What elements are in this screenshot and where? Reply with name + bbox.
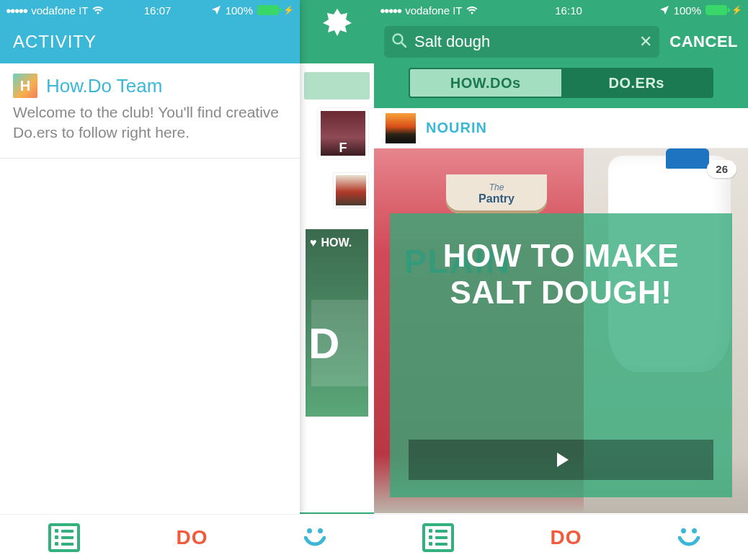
wifi-icon [92,6,104,14]
pane-activity: F ♥ HOW. D ●●●●● vodafone IT 16:07 100% … [0,0,374,560]
activity-panel: ●●●●● vodafone IT 16:07 100% ⚡ ACTIVITY … [0,0,300,560]
carrier-label: vodafone IT [31,4,88,17]
avatar-letter: H [20,78,30,94]
tab-do[interactable]: DO [176,526,208,549]
avatar [386,113,416,143]
segment-doers[interactable]: DO.ERs [561,69,713,97]
bag-brand: Pantry [478,192,515,205]
status-bar: ●●●●● vodafone IT 16:07 100% ⚡ [0,0,300,20]
battery-pct-label: 100% [674,4,701,17]
bag-brand-small: The [489,182,504,192]
burst-icon[interactable] [323,7,352,36]
signal-dots-icon: ●●●●● [6,5,27,16]
location-icon [659,5,669,15]
clear-icon[interactable]: ✕ [639,32,652,51]
peek-tag[interactable] [304,72,370,99]
activity-item-head: H How.Do Team [13,74,287,98]
peek-thumb-label: F [339,141,347,156]
tab-bar: DO [374,514,748,560]
search-box[interactable]: ✕ [384,26,659,58]
signal-dots-icon: ●●●●● [380,5,401,16]
peek-heart-label: HOW. [321,236,352,249]
segmented-control: HOW.DOs DO.ERs [409,68,713,98]
bag-label: The Pantry [446,174,547,213]
avatar: H [13,74,37,98]
segment-howdos[interactable]: HOW.DOs [410,69,561,97]
views-badge: 26 [707,160,736,178]
play-button[interactable] [409,440,713,480]
svg-marker-0 [323,9,352,36]
activity-item-body: Welcome to the club! You'll find creativ… [13,102,287,143]
wifi-icon [466,6,478,14]
cancel-button[interactable]: CANCEL [669,32,738,51]
pane-search: ●●●●● vodafone IT 16:10 100% ⚡ ✕ CANCEL … [374,0,748,560]
battery-pct-label: 100% [226,4,253,17]
list-icon[interactable] [48,523,80,552]
clock-label: 16:07 [144,4,172,17]
battery-icon: ⚡ [257,5,294,15]
search-header: ✕ CANCEL HOW.DOs DO.ERs [374,20,748,108]
smile-icon[interactable] [678,528,700,546]
status-bar: ●●●●● vodafone IT 16:10 100% ⚡ [374,0,748,20]
search-input[interactable] [414,32,632,51]
status-right: 100% ⚡ [659,4,742,17]
status-right: 100% ⚡ [211,4,294,17]
peek-big-letter: D [308,319,339,368]
battery-icon: ⚡ [705,5,742,15]
clock-label: 16:10 [555,4,582,17]
user-name: NOURIN [426,120,487,136]
tab-do[interactable]: DO [550,526,582,549]
peek-card[interactable]: ♥ HOW. D [306,229,368,417]
activity-header: ACTIVITY [0,20,300,63]
tab-bar: DO [0,514,374,560]
result-user-row[interactable]: NOURIN [374,108,748,148]
peek-body: F ♥ HOW. D [300,63,374,512]
views-count: 26 [716,163,728,175]
page-title: ACTIVITY [13,32,97,52]
smile-icon[interactable] [304,528,326,546]
search-row: ✕ CANCEL [384,20,738,63]
peek-thumb-1[interactable]: F [318,108,368,159]
svg-line-2 [401,43,406,47]
carrier-label: vodafone IT [405,4,462,17]
activity-item-title: How.Do Team [46,75,162,97]
location-icon [211,5,221,15]
card-overlay: HOW TO MAKE SALT DOUGH! [390,213,732,497]
status-left: ●●●●● vodafone IT [380,4,478,17]
svg-marker-3 [557,453,569,467]
list-icon[interactable] [422,523,454,552]
search-icon [391,32,407,51]
home-peek-underlay: F ♥ HOW. D [300,0,374,560]
status-left: ●●●●● vodafone IT [6,4,104,17]
result-card[interactable]: The Pantry PLAIN 26 HOW TO MAKE SALT DOU… [374,148,748,513]
peek-avatar[interactable] [334,173,368,208]
peek-big-tile: D [311,300,368,386]
heart-icon: ♥ HOW. [310,236,352,249]
card-title: HOW TO MAKE SALT DOUGH! [409,238,713,311]
peek-header [300,0,374,43]
activity-item[interactable]: H How.Do Team Welcome to the club! You'l… [0,63,300,159]
